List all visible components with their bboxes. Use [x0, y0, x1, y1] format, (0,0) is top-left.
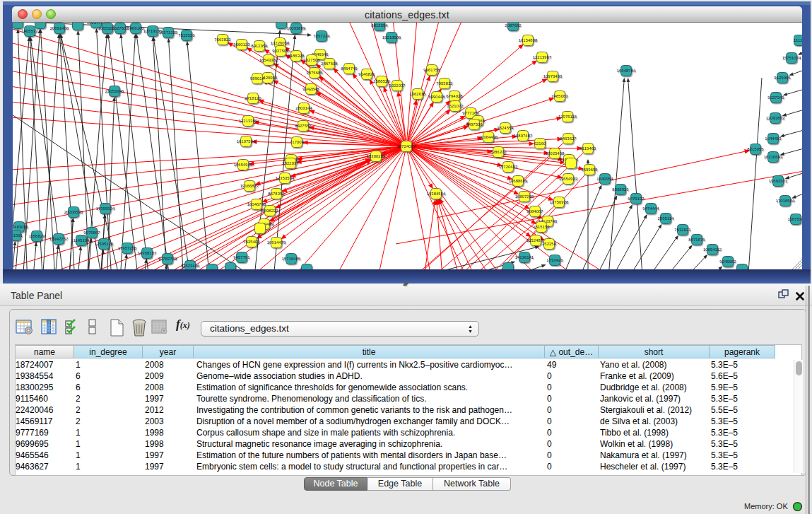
svg-text:8427552: 8427552 — [295, 124, 312, 128]
svg-text:1588520: 1588520 — [373, 79, 390, 83]
svg-text:20206536: 20206536 — [64, 210, 83, 214]
svg-text:8471676: 8471676 — [688, 238, 705, 242]
svg-text:12213389: 12213389 — [239, 119, 258, 123]
svg-text:21053346: 21053346 — [105, 89, 124, 93]
svg-text:19692971: 19692971 — [769, 179, 788, 183]
svg-text:8215955: 8215955 — [747, 147, 764, 151]
svg-text:12213967: 12213967 — [533, 55, 552, 59]
svg-text:19166827: 19166827 — [240, 184, 259, 188]
svg-text:20364436: 20364436 — [479, 135, 498, 139]
svg-text:8938923: 8938923 — [612, 187, 629, 192]
svg-text:9699695: 9699695 — [581, 168, 598, 172]
svg-text:62160: 62160 — [534, 141, 546, 146]
svg-text:12942757: 12942757 — [49, 237, 69, 241]
svg-text:16648784: 16648784 — [617, 69, 636, 73]
svg-text:12505135: 12505135 — [95, 242, 114, 246]
svg-text:15716485: 15716485 — [282, 257, 301, 261]
svg-text:20691406: 20691406 — [50, 26, 69, 30]
svg-text:1640954: 1640954 — [596, 177, 613, 181]
svg-text:8678352: 8678352 — [268, 192, 285, 196]
svg-text:7386372: 7386372 — [490, 150, 507, 154]
svg-text:14136141: 14136141 — [515, 255, 534, 259]
svg-text:12093872: 12093872 — [766, 116, 785, 120]
svg-text:9227349: 9227349 — [767, 95, 784, 100]
svg-text:6466160: 6466160 — [127, 26, 144, 30]
svg-text:6794028: 6794028 — [446, 94, 463, 98]
svg-text:10654112: 10654112 — [703, 247, 722, 252]
svg-text:16033809: 16033809 — [287, 26, 306, 30]
svg-text:8454749: 8454749 — [341, 66, 358, 71]
svg-text:9660123: 9660123 — [233, 42, 250, 47]
svg-text:7955812: 7955812 — [436, 81, 453, 86]
svg-text:10782759: 10782759 — [158, 257, 177, 261]
svg-text:3875685: 3875685 — [306, 71, 323, 75]
svg-text:20483061: 20483061 — [13, 225, 29, 229]
svg-text:2718120: 2718120 — [245, 96, 261, 100]
svg-text:1167534: 1167534 — [788, 217, 802, 221]
svg-text:9242848: 9242848 — [302, 87, 319, 91]
svg-text:16046798: 16046798 — [247, 202, 266, 206]
svg-text:12975115: 12975115 — [558, 115, 577, 119]
svg-text:12823446: 12823446 — [181, 264, 200, 268]
svg-text:9146821: 9146821 — [358, 72, 375, 76]
svg-text:17359924: 17359924 — [96, 206, 115, 211]
svg-text:2867608: 2867608 — [321, 62, 338, 66]
svg-text:2935114: 2935114 — [658, 216, 675, 221]
svg-text:11122: 11122 — [794, 38, 802, 42]
svg-text:1615152: 1615152 — [533, 225, 550, 229]
svg-text:9961758: 9961758 — [423, 68, 440, 72]
svg-text:18724007: 18724007 — [397, 144, 416, 148]
svg-text:10807487: 10807487 — [514, 134, 533, 138]
svg-text:9322037: 9322037 — [389, 83, 406, 88]
svg-text:17957255: 17957255 — [118, 246, 137, 250]
svg-text:19218506: 19218506 — [382, 35, 401, 40]
svg-text:6497508: 6497508 — [466, 122, 483, 127]
svg-text:9245652: 9245652 — [719, 259, 736, 264]
svg-text:717004: 717004 — [290, 140, 305, 144]
svg-text:1156829: 1156829 — [29, 234, 46, 238]
svg-text:10025458: 10025458 — [546, 151, 565, 156]
svg-text:3822037: 3822037 — [282, 161, 299, 165]
svg-text:8813054: 8813054 — [371, 23, 388, 28]
svg-text:10756928: 10756928 — [550, 200, 569, 204]
svg-text:13226058: 13226058 — [271, 41, 290, 45]
svg-text:9129966: 9129966 — [774, 76, 791, 80]
svg-text:7632621: 7632621 — [674, 228, 691, 232]
svg-text:18300295: 18300295 — [367, 154, 386, 158]
svg-text:8698222: 8698222 — [261, 209, 278, 213]
svg-text:7515526: 7515526 — [178, 33, 195, 37]
svg-text:2803144: 2803144 — [295, 106, 312, 110]
svg-text:15720407: 15720407 — [499, 165, 518, 169]
svg-text:1362615: 1362615 — [409, 92, 426, 96]
svg-text:16914479: 16914479 — [267, 240, 286, 245]
svg-text:16107554: 16107554 — [237, 139, 256, 144]
svg-text:15751074: 15751074 — [782, 56, 801, 60]
svg-text:16210643: 16210643 — [764, 155, 783, 159]
svg-text:10688609: 10688609 — [509, 179, 528, 183]
svg-text:1733426: 1733426 — [546, 258, 563, 262]
svg-text:16543362: 16543362 — [259, 58, 278, 62]
svg-text:19384554: 19384554 — [427, 192, 446, 196]
svg-text:1244413: 1244413 — [765, 136, 782, 141]
svg-text:16654946: 16654946 — [234, 163, 253, 167]
svg-text:8990448: 8990448 — [428, 95, 445, 99]
svg-text:9975867: 9975867 — [83, 230, 100, 235]
svg-text:9777169: 9777169 — [462, 111, 479, 115]
svg-text:391591: 391591 — [13, 233, 23, 238]
svg-text:19654923: 19654923 — [559, 177, 578, 181]
svg-text:10973493: 10973493 — [543, 74, 563, 78]
svg-text:7485063: 7485063 — [551, 94, 568, 98]
svg-text:16154808: 16154808 — [519, 38, 538, 42]
svg-text:1621072: 1621072 — [447, 104, 464, 108]
svg-text:252254: 252254 — [542, 242, 557, 246]
svg-text:7357224: 7357224 — [313, 34, 330, 38]
svg-text:1145194: 1145194 — [73, 238, 90, 243]
svg-text:9463627: 9463627 — [560, 136, 577, 141]
svg-text:7663822: 7663822 — [214, 37, 231, 42]
svg-text:2087682: 2087682 — [505, 23, 522, 28]
svg-text:9474444: 9474444 — [642, 206, 659, 211]
svg-text:1405572: 1405572 — [21, 29, 38, 33]
svg-text:9327508: 9327508 — [303, 58, 320, 62]
svg-text:3624554: 3624554 — [497, 126, 514, 130]
svg-text:8186328: 8186328 — [288, 54, 305, 58]
